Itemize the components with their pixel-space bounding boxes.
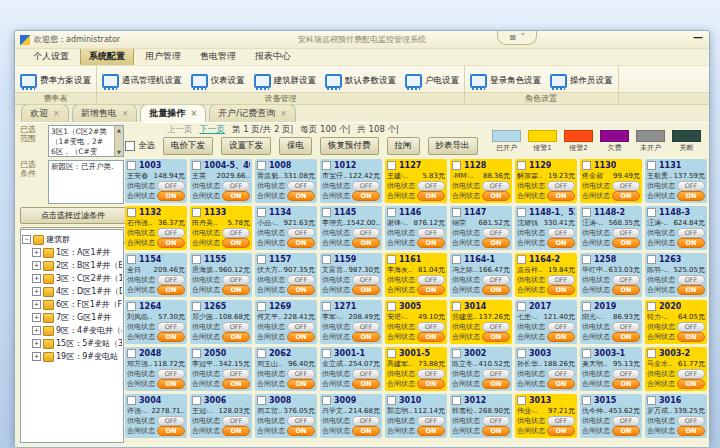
card-checkbox[interactable] bbox=[582, 349, 591, 358]
meter-card[interactable]: 3002陈立冬..410.52元供电状态OFF合闸状态ON bbox=[450, 347, 512, 391]
meter-card[interactable]: 3013伟业-..97.21元供电状态OFF合闸状态ON bbox=[515, 394, 577, 438]
doc-tab-2[interactable]: 新增售电× bbox=[72, 104, 138, 122]
card-checkbox[interactable] bbox=[582, 161, 591, 170]
meter-card[interactable]: 1263陈羽-..525.05元供电状态OFF合闸状态ON bbox=[645, 253, 707, 297]
menu-item-1[interactable]: 个人设置 bbox=[25, 48, 77, 65]
card-checkbox[interactable] bbox=[127, 302, 136, 311]
card-checkbox[interactable] bbox=[517, 349, 526, 358]
menu-item-3[interactable]: 用户管理 bbox=[137, 48, 189, 65]
close-tab-icon[interactable]: × bbox=[53, 109, 60, 118]
card-checkbox[interactable] bbox=[387, 396, 396, 405]
tree-item[interactable]: +2区：B区1#井（B区1# bbox=[22, 259, 122, 272]
ribbon-button[interactable]: 操作员设置 bbox=[550, 74, 613, 88]
minimize-button[interactable]: — bbox=[693, 32, 703, 43]
tree-item[interactable]: +1区：A区1#井 bbox=[22, 246, 122, 259]
toolbar-button[interactable]: 拉闸 bbox=[387, 137, 420, 155]
meter-card[interactable]: 1134小品-..921.63元供电状态OFF合闸状态ON bbox=[255, 206, 317, 250]
next-page-link[interactable]: 下一页 bbox=[200, 124, 226, 136]
tree-item[interactable]: +6区：F区1#井（F区1# bbox=[22, 298, 122, 311]
meter-card[interactable]: 1145李理先..1542.00..供电状态OFF合闸状态ON bbox=[320, 206, 382, 250]
select-all-checkbox[interactable] bbox=[125, 141, 135, 151]
card-checkbox[interactable] bbox=[387, 161, 396, 170]
expand-icon[interactable]: + bbox=[32, 326, 41, 335]
selected-range-listbox[interactable]: ▲▼ 3区1（C区2#类（1#变电，2#6区，（C#变 bbox=[48, 125, 124, 157]
select-all[interactable]: 全选 bbox=[125, 140, 155, 152]
card-checkbox[interactable] bbox=[192, 396, 201, 405]
meter-card[interactable]: 1003王安春148.94元供电状态OFF合闸状态ON bbox=[125, 159, 187, 203]
meter-card[interactable]: 1008青温魁..331.08元供电状态OFF合闸状态ON bbox=[255, 159, 317, 203]
card-checkbox[interactable] bbox=[257, 208, 266, 217]
meter-card[interactable]: 1146谢锋-..876.12元供电状态OFF合闸状态ON bbox=[385, 206, 447, 250]
meter-card[interactable]: 1148-1、522沈耀钱330.41元供电状态OFF合闸状态ON bbox=[515, 206, 577, 250]
card-checkbox[interactable] bbox=[517, 255, 526, 264]
meter-card[interactable]: 1157伏大方..907.35元供电状态OFF合闸状态ON bbox=[255, 253, 317, 297]
card-checkbox[interactable] bbox=[127, 208, 136, 217]
card-checkbox[interactable] bbox=[647, 255, 656, 264]
meter-card[interactable]: 1128-MM-..88.36元供电状态OFF合闸状态ON bbox=[450, 159, 512, 203]
tree-item[interactable]: +3区：C区2#井（1#变 bbox=[22, 272, 122, 285]
meter-card[interactable]: 1164-1冯之际..166.47元供电状态OFF合闸状态ON bbox=[450, 253, 512, 297]
card-checkbox[interactable] bbox=[322, 255, 331, 264]
card-checkbox[interactable] bbox=[322, 302, 331, 311]
meter-card[interactable]: 3004许强-..2278.71..供电状态OFF合闸状态ON bbox=[125, 394, 187, 438]
menu-item-4[interactable]: 售电管理 bbox=[192, 48, 244, 65]
meter-card[interactable]: 2019阳光-..86.93元供电状态OFF合闸状态ON bbox=[580, 300, 642, 344]
style-grid-icon[interactable]: ⊠ bbox=[509, 33, 516, 42]
meter-card[interactable]: 1148-2汪涛-..568.35元供电状态OFF合闸状态ON bbox=[580, 206, 642, 250]
expand-icon[interactable]: + bbox=[32, 287, 41, 296]
meter-card[interactable]: 1265郑少国..108.68元供电状态OFF合闸状态ON bbox=[190, 300, 252, 344]
meter-card[interactable]: 3006王冠-..128.03元供电状态OFF合闸状态ON bbox=[190, 394, 252, 438]
meter-card[interactable]: 1164-2温云祥..19.84元供电状态OFF合闸状态ON bbox=[515, 253, 577, 297]
card-checkbox[interactable] bbox=[257, 255, 266, 264]
card-checkbox[interactable] bbox=[517, 208, 526, 217]
listbox-spinner[interactable]: ▲▼ bbox=[114, 126, 123, 156]
toolbar-button[interactable]: 电价下发 bbox=[163, 137, 213, 155]
card-checkbox[interactable] bbox=[452, 302, 461, 311]
listbox-item[interactable]: 6区，（C#变 bbox=[51, 147, 114, 157]
menu-item-5[interactable]: 报表中心 bbox=[247, 48, 299, 65]
meter-card[interactable]: 2050李冠平..342.15元供电状态OFF合闸状态ON bbox=[190, 347, 252, 391]
meter-card[interactable]: 1147锦荣681.52元供电状态OFF合闸状态ON bbox=[450, 206, 512, 250]
meter-card[interactable]: 3001-1金立成..254.07元供电状态OFF合闸状态ON bbox=[320, 347, 382, 391]
meter-card[interactable]: 1129解加霖..19.23元供电状态OFF合闸状态ON bbox=[515, 159, 577, 203]
meter-card[interactable]: 1132右伟强..36.37元供电状态OFF合闸状态ON bbox=[125, 206, 187, 250]
expand-icon[interactable]: + bbox=[32, 352, 41, 361]
expand-icon[interactable]: + bbox=[32, 274, 41, 283]
card-checkbox[interactable] bbox=[322, 208, 331, 217]
card-checkbox[interactable] bbox=[582, 396, 591, 405]
card-checkbox[interactable] bbox=[387, 208, 396, 217]
listbox-item[interactable]: 3区1（C区2#类 bbox=[51, 127, 114, 137]
meter-card[interactable]: 1269何文平..228.41元供电状态OFF合闸状态ON bbox=[255, 300, 317, 344]
card-checkbox[interactable] bbox=[647, 396, 656, 405]
ribbon-button[interactable]: 仪表设置 bbox=[191, 74, 245, 88]
meter-card[interactable]: 2020特力-..64.05元供电状态OFF合闸状态ON bbox=[645, 300, 707, 344]
card-checkbox[interactable] bbox=[647, 302, 656, 311]
card-checkbox[interactable] bbox=[322, 161, 331, 170]
meter-card[interactable]: 3003孙长华..188.26元供电状态OFF合闸状态ON bbox=[515, 347, 577, 391]
card-checkbox[interactable] bbox=[517, 396, 526, 405]
card-checkbox[interactable] bbox=[192, 161, 201, 170]
card-checkbox[interactable] bbox=[452, 349, 461, 358]
meter-card[interactable]: 3014营建忠..137.26元供电状态OFF合闸状态ON bbox=[450, 300, 512, 344]
listbox-item[interactable]: （1#变电，2# bbox=[51, 137, 114, 147]
prev-page-link[interactable]: 上一页 bbox=[167, 124, 193, 136]
card-checkbox[interactable] bbox=[387, 349, 396, 358]
card-checkbox[interactable] bbox=[257, 349, 266, 358]
doc-tab-3[interactable]: 批量操作× bbox=[140, 104, 206, 122]
toolbar-button[interactable]: 恢复预付费 bbox=[320, 137, 379, 155]
toolbar-button[interactable]: 设置下发 bbox=[221, 137, 271, 155]
meter-card[interactable]: 3005安塔-..49.10元供电状态OFF合闸状态ON bbox=[385, 300, 447, 344]
ribbon-button[interactable]: 默认参数设置 bbox=[325, 74, 396, 88]
card-checkbox[interactable] bbox=[582, 302, 591, 311]
doc-tab-1[interactable]: 欢迎× bbox=[21, 104, 69, 122]
meter-card[interactable]: 3003-2马金水..61.77元供电状态OFF合闸状态ON bbox=[645, 347, 707, 391]
expand-icon[interactable]: + bbox=[32, 300, 41, 309]
card-checkbox[interactable] bbox=[452, 396, 461, 405]
meter-card[interactable]: 1131王航贵..137.59元供电状态OFF合闸状态ON bbox=[645, 159, 707, 203]
meter-card[interactable]: 1159文富音..987.30元供电状态OFF合闸状态ON bbox=[320, 253, 382, 297]
tree-item[interactable]: +15区：5#变站（3#变电 bbox=[22, 337, 122, 350]
collapse-icon[interactable]: − bbox=[22, 235, 31, 244]
card-checkbox[interactable] bbox=[452, 255, 461, 264]
card-checkbox[interactable] bbox=[257, 161, 266, 170]
meter-card[interactable]: 3015仇今仲..453.62元供电状态OFF合闸状态ON bbox=[580, 394, 642, 438]
